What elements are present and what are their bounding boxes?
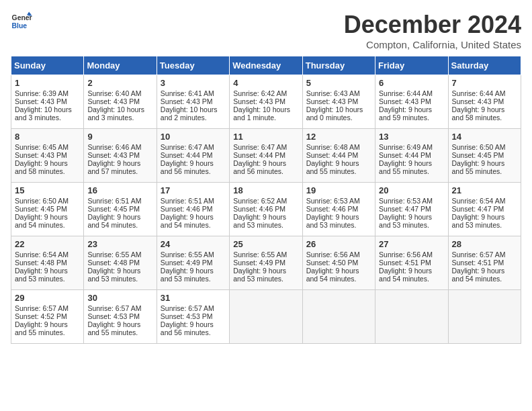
calendar-cell — [448, 290, 521, 344]
day-info-line: Daylight: 9 hours — [161, 267, 226, 275]
calendar-cell: 31Sunrise: 6:57 AMSunset: 4:53 PMDayligh… — [157, 290, 229, 344]
calendar-cell: 20Sunrise: 6:53 AMSunset: 4:47 PMDayligh… — [375, 183, 448, 236]
day-info-line: and 54 minutes. — [161, 221, 226, 229]
day-info-line: Sunrise: 6:50 AM — [15, 197, 80, 205]
day-info-line: and 55 minutes. — [15, 328, 80, 336]
day-info-line: Daylight: 9 hours — [452, 105, 517, 113]
day-info-line: Sunset: 4:46 PM — [161, 205, 226, 213]
title-block: December 2024 Compton, California, Unite… — [344, 11, 521, 50]
day-number: 25 — [233, 239, 298, 249]
day-info-line: Sunset: 4:45 PM — [87, 205, 152, 213]
day-info-line: Sunset: 4:43 PM — [87, 151, 152, 159]
calendar-cell: 29Sunrise: 6:57 AMSunset: 4:52 PMDayligh… — [11, 290, 84, 344]
calendar-cell: 14Sunrise: 6:50 AMSunset: 4:45 PMDayligh… — [448, 129, 521, 183]
day-number: 15 — [15, 185, 80, 195]
day-info-line: Daylight: 9 hours — [161, 320, 226, 328]
day-number: 20 — [379, 185, 444, 195]
calendar-cell: 4Sunrise: 6:42 AMSunset: 4:43 PMDaylight… — [230, 75, 302, 129]
calendar-cell: 12Sunrise: 6:48 AMSunset: 4:44 PMDayligh… — [302, 129, 375, 183]
day-info-line: Sunset: 4:46 PM — [233, 205, 298, 213]
day-info-line: Sunset: 4:44 PM — [161, 151, 226, 159]
day-number: 31 — [161, 293, 226, 303]
day-number: 14 — [452, 132, 517, 142]
day-info-line: Sunrise: 6:55 AM — [87, 250, 152, 259]
day-info-line: Daylight: 10 hours — [233, 105, 298, 113]
day-info-line: and 55 minutes. — [379, 167, 444, 175]
day-info-line: Sunrise: 6:57 AM — [15, 304, 80, 312]
day-info-line: Daylight: 9 hours — [15, 159, 80, 167]
calendar-cell — [230, 290, 302, 344]
day-info-line: and 2 minutes. — [161, 113, 226, 122]
calendar-cell: 6Sunrise: 6:44 AMSunset: 4:43 PMDaylight… — [375, 75, 448, 129]
day-info-line: and 53 minutes. — [306, 221, 371, 229]
day-info-line: and 53 minutes. — [379, 221, 444, 229]
day-number: 8 — [15, 132, 80, 142]
day-number: 22 — [15, 239, 80, 249]
day-info-line: Sunrise: 6:44 AM — [452, 89, 517, 97]
day-info-line: Sunrise: 6:45 AM — [15, 143, 80, 151]
calendar-week-5: 29Sunrise: 6:57 AMSunset: 4:52 PMDayligh… — [11, 290, 521, 344]
day-header-tuesday: Tuesday — [157, 56, 229, 75]
calendar-table: SundayMondayTuesdayWednesdayThursdayFrid… — [11, 56, 521, 344]
day-info-line: and 57 minutes. — [87, 167, 152, 175]
day-number: 23 — [87, 239, 152, 249]
logo: General Blue — [11, 11, 32, 32]
day-info-line: and 54 minutes. — [452, 275, 517, 283]
day-info-line: Sunset: 4:44 PM — [306, 151, 371, 159]
day-info-line: Sunrise: 6:51 AM — [87, 197, 152, 205]
day-number: 10 — [161, 132, 226, 142]
day-number: 17 — [161, 185, 226, 195]
day-info-line: and 55 minutes. — [452, 167, 517, 175]
calendar-cell: 8Sunrise: 6:45 AMSunset: 4:43 PMDaylight… — [11, 129, 84, 183]
calendar-cell: 21Sunrise: 6:54 AMSunset: 4:47 PMDayligh… — [448, 183, 521, 236]
day-header-thursday: Thursday — [302, 56, 375, 75]
day-info-line: Sunrise: 6:51 AM — [161, 197, 226, 205]
day-info-line: Sunrise: 6:56 AM — [306, 250, 371, 259]
day-info-line: Sunrise: 6:46 AM — [87, 143, 152, 151]
logo-icon: General Blue — [11, 11, 32, 32]
day-info-line: and 54 minutes. — [306, 275, 371, 283]
day-info-line: Sunset: 4:43 PM — [161, 97, 226, 105]
calendar-cell: 25Sunrise: 6:55 AMSunset: 4:49 PMDayligh… — [230, 236, 302, 290]
day-info-line: and 0 minutes. — [306, 113, 371, 122]
calendar-cell: 26Sunrise: 6:56 AMSunset: 4:50 PMDayligh… — [302, 236, 375, 290]
day-info-line: Sunrise: 6:57 AM — [161, 304, 226, 312]
calendar-cell: 23Sunrise: 6:55 AMSunset: 4:48 PMDayligh… — [84, 236, 157, 290]
calendar-cell: 1Sunrise: 6:39 AMSunset: 4:43 PMDaylight… — [11, 75, 84, 129]
day-number: 28 — [452, 239, 517, 249]
day-info-line: Sunset: 4:48 PM — [87, 259, 152, 267]
day-info-line: Daylight: 10 hours — [306, 105, 371, 113]
day-header-wednesday: Wednesday — [230, 56, 302, 75]
day-number: 6 — [379, 78, 444, 88]
day-info-line: Daylight: 9 hours — [306, 213, 371, 221]
day-info-line: Daylight: 9 hours — [15, 267, 80, 275]
day-number: 13 — [379, 132, 444, 142]
day-info-line: Daylight: 9 hours — [379, 213, 444, 221]
day-info-line: Daylight: 9 hours — [87, 267, 152, 275]
day-info-line: Daylight: 9 hours — [15, 320, 80, 328]
calendar-cell — [375, 290, 448, 344]
calendar-title: December 2024 — [344, 11, 521, 39]
day-number: 27 — [379, 239, 444, 249]
day-number: 29 — [15, 293, 80, 303]
day-info-line: and 53 minutes. — [161, 275, 226, 283]
day-info-line: Sunrise: 6:43 AM — [306, 89, 371, 97]
day-info-line: Sunset: 4:47 PM — [379, 205, 444, 213]
calendar-week-1: 1Sunrise: 6:39 AMSunset: 4:43 PMDaylight… — [11, 75, 521, 129]
day-info-line: Sunrise: 6:55 AM — [233, 250, 298, 259]
day-info-line: Sunset: 4:45 PM — [452, 151, 517, 159]
day-info-line: Sunrise: 6:47 AM — [161, 143, 226, 151]
day-info-line: Sunrise: 6:55 AM — [161, 250, 226, 259]
day-info-line: Sunset: 4:49 PM — [161, 259, 226, 267]
day-info-line: Daylight: 9 hours — [379, 267, 444, 275]
day-info-line: Daylight: 9 hours — [161, 159, 226, 167]
day-info-line: Sunrise: 6:41 AM — [161, 89, 226, 97]
day-info-line: Daylight: 9 hours — [233, 159, 298, 167]
day-info-line: Daylight: 9 hours — [379, 159, 444, 167]
day-info-line: Sunrise: 6:53 AM — [379, 197, 444, 205]
header: General Blue December 2024 Compton, Cali… — [11, 11, 521, 50]
day-info-line: Daylight: 10 hours — [87, 105, 152, 113]
day-info-line: Sunset: 4:43 PM — [15, 97, 80, 105]
day-info-line: Sunset: 4:45 PM — [15, 205, 80, 213]
day-info-line: Daylight: 10 hours — [15, 105, 80, 113]
